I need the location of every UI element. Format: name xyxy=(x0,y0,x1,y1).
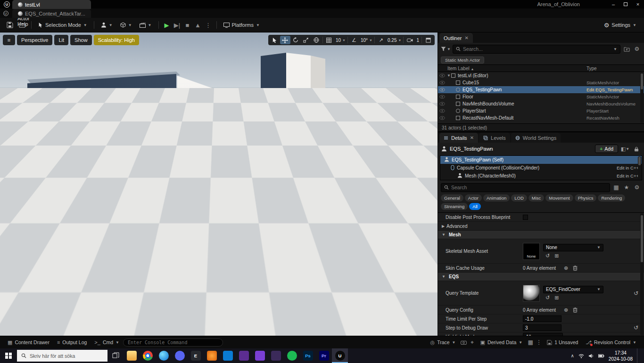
kebab-menu-icon[interactable]: ⋮ xyxy=(535,338,543,347)
screenshot-icon[interactable] xyxy=(460,338,468,347)
maximize-viewport-button[interactable] xyxy=(423,36,433,44)
details-scrollbar[interactable] xyxy=(640,213,644,335)
tab-eqs-context-attacktar[interactable]: EQS_Context_AttackTar... xyxy=(12,9,91,18)
taskbar-app-affinity[interactable] xyxy=(252,348,268,363)
edit-in-cpp-link[interactable]: Edit in C++ xyxy=(617,173,639,178)
unreal-logo-icon[interactable]: U xyxy=(4,1,10,8)
dropdown[interactable]: All▼ xyxy=(523,333,563,336)
eye-icon[interactable] xyxy=(438,73,446,78)
outliner-row-eqs-testingpawn[interactable]: EQS_TestingPawnEdit EQS_TestingPawn xyxy=(438,86,644,93)
details-settings-button[interactable]: ⚙ xyxy=(633,183,641,192)
tab-levels[interactable]: Levels xyxy=(479,133,510,143)
scrollbar-thumb[interactable] xyxy=(641,215,643,262)
level-viewport[interactable]: Trace(1)Trace(1)Trace(1)Trace(1)Trace(1)… xyxy=(0,32,438,336)
outliner-search-input[interactable]: Search... ▼ xyxy=(453,45,620,54)
outliner-row-testlvl-editor[interactable]: ▼testLvl (Editor) xyxy=(438,72,644,79)
camera-speed-value[interactable]: 1 xyxy=(415,38,421,43)
chevron-down-icon[interactable]: ▼ xyxy=(342,39,347,42)
maximize-button[interactable] xyxy=(619,0,632,8)
outliner-row-floor[interactable]: FloorStaticMeshActor xyxy=(438,93,644,100)
player-start-actor[interactable] xyxy=(103,178,136,204)
battery-icon[interactable] xyxy=(598,354,604,358)
play-button[interactable]: ▶ xyxy=(162,20,172,30)
text-input[interactable]: 3 xyxy=(523,324,561,331)
chevron-down-icon[interactable]: ▼ xyxy=(446,73,451,78)
grid-status-icon[interactable]: ▦ xyxy=(526,338,535,347)
taskbar-search-input[interactable]: Skriv här för att söka xyxy=(17,350,107,362)
taskbar-app-chrome[interactable] xyxy=(140,348,156,363)
taskbar-app-spotify[interactable] xyxy=(284,348,300,363)
stop-button[interactable]: ■ xyxy=(182,20,193,30)
rotate-tool-button[interactable] xyxy=(290,36,301,44)
component-eqs-testingpawn-self[interactable]: EQS_TestingPawn (Self) xyxy=(440,156,642,164)
favorites-button[interactable]: ★ xyxy=(622,183,631,192)
eject-button[interactable]: ▲ xyxy=(193,20,203,30)
editor-home-button[interactable]: U xyxy=(0,9,11,18)
browse-to-asset-icon[interactable]: ⊞ xyxy=(554,253,559,259)
play-options-kebab[interactable]: ⋮ xyxy=(203,20,214,30)
cmd-dropdown[interactable]: >_ Cmd ▼ xyxy=(91,336,123,348)
browse-to-asset-icon[interactable]: ⊞ xyxy=(554,295,559,301)
category-chip-all[interactable]: All xyxy=(469,203,481,210)
reset-to-default-icon[interactable]: ↺ xyxy=(634,290,638,297)
derived-data-dropdown[interactable]: ▣ Derived Data ▼ xyxy=(477,339,527,346)
network-icon[interactable] xyxy=(578,354,584,358)
view-mode-button[interactable]: Lit xyxy=(54,35,68,45)
tab-outliner[interactable]: Outliner ✕ xyxy=(439,33,473,43)
details-view-options-button[interactable]: ◧ ▼ xyxy=(621,145,629,153)
unsaved-button[interactable]: 1 Unsaved xyxy=(543,339,582,345)
close-icon[interactable]: ✕ xyxy=(465,35,469,40)
tab-testlvl[interactable]: testLvl xyxy=(12,0,91,9)
outliner-row-navmeshboundsvolume[interactable]: NavMeshBoundsVolumeNavMeshBoundsVolume xyxy=(438,100,644,107)
section-mesh[interactable]: ▼Mesh xyxy=(438,231,644,239)
chevron-down-icon[interactable]: ▼ xyxy=(398,39,403,42)
component-capsule-component-collisioncylinder[interactable]: Capsule Component (CollisionCylinder)Edi… xyxy=(440,164,642,172)
settings-dropdown[interactable]: ⚙ Settings ▼ xyxy=(600,20,640,30)
section-eqs[interactable]: ▼EQS xyxy=(438,273,644,281)
category-chip-actor[interactable]: Actor xyxy=(465,194,482,202)
column-type[interactable]: Type xyxy=(586,66,644,71)
outliner-row-recastnavmesh-default[interactable]: RecastNavMesh-DefaultRecastNavMesh xyxy=(438,114,644,121)
use-selected-asset-icon[interactable]: ↺ xyxy=(545,295,550,301)
component-tree-scrollbar[interactable] xyxy=(638,156,641,179)
frame-skip-button[interactable]: ▶| xyxy=(172,20,182,30)
add-component-button[interactable]: +Add xyxy=(595,145,618,153)
taskbar-clock[interactable]: 17:34 2024-10-08 xyxy=(609,350,633,362)
use-selected-asset-icon[interactable]: ↺ xyxy=(545,253,550,259)
selection-mode-dropdown[interactable]: Selection Mode ▼ xyxy=(34,20,91,30)
asset-dropdown[interactable]: None▼ xyxy=(543,244,603,251)
eye-icon[interactable] xyxy=(438,116,446,120)
world-coordinate-button[interactable] xyxy=(311,36,322,44)
delete-elements-icon[interactable] xyxy=(573,266,578,271)
taskbar-app-photoshop[interactable]: Ps xyxy=(300,348,316,363)
add-element-icon[interactable]: ⊕ xyxy=(564,265,568,271)
reset-to-default-icon[interactable]: ↺ xyxy=(634,324,638,331)
tab-details[interactable]: Details✕ xyxy=(439,133,478,143)
transform-gizmo[interactable] xyxy=(262,112,342,182)
taskbar-app-unreal-editor[interactable]: U xyxy=(332,348,348,363)
taskbar-app-epic-games[interactable]: E xyxy=(188,348,204,363)
text-input[interactable]: -1.0 xyxy=(523,315,561,322)
target-icon[interactable]: ⌖ xyxy=(468,338,477,347)
viewport-options-button[interactable]: ≡ xyxy=(3,35,15,45)
scrollbar-thumb[interactable] xyxy=(641,73,643,89)
task-view-button[interactable] xyxy=(107,348,124,363)
platforms-dropdown[interactable]: Platforms ▼ xyxy=(220,20,264,30)
asset-dropdown[interactable]: EQS_FindCover▼ xyxy=(543,286,603,293)
scale-snap-value[interactable]: 0.25 xyxy=(386,38,398,43)
show-desktop-button[interactable] xyxy=(637,348,641,363)
details-search-input[interactable]: Search xyxy=(441,183,610,192)
outliner-row-cube15[interactable]: Cube15StaticMeshActor xyxy=(438,79,644,86)
component-mesh-charactermesh0[interactable]: Mesh (CharacterMesh0)Edit in C++ xyxy=(440,172,642,180)
tray-expand-icon[interactable]: ∧ xyxy=(571,353,574,358)
outliner-filter-button[interactable]: ▼ xyxy=(441,47,451,51)
output-log-button[interactable]: ≡ Output Log xyxy=(53,336,91,348)
rotation-snap-button[interactable]: ∠ xyxy=(349,36,359,44)
taskbar-app-file-explorer[interactable] xyxy=(124,348,140,363)
category-advanced[interactable]: ▶Advanced xyxy=(438,222,644,231)
category-chip-streaming[interactable]: Streaming xyxy=(441,203,468,210)
select-tool-button[interactable] xyxy=(270,36,280,44)
grid-snap-button[interactable] xyxy=(324,36,334,44)
category-chip-rendering[interactable]: Rendering xyxy=(598,194,625,202)
volume-icon[interactable] xyxy=(588,354,594,358)
